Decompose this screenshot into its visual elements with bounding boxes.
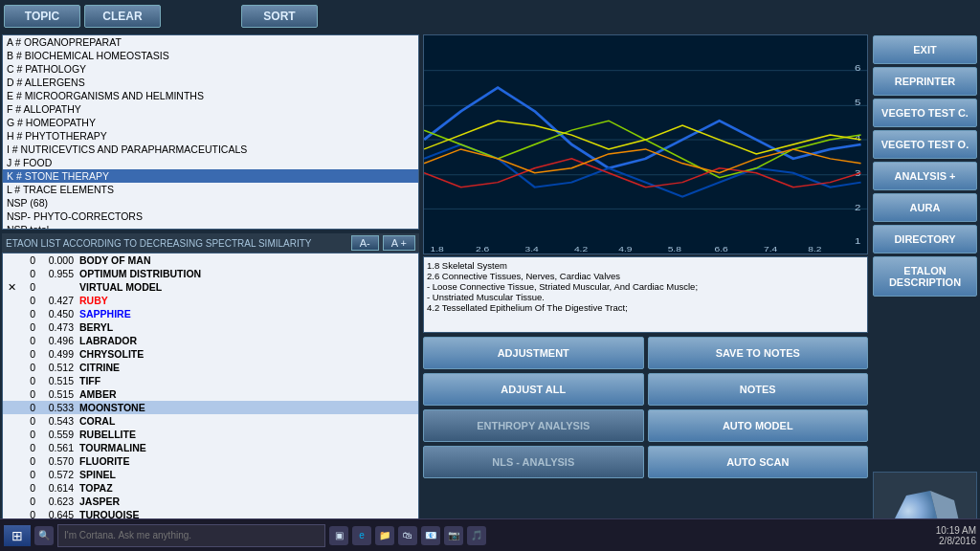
- etalon-val: 0.543: [39, 415, 74, 427]
- etalon-name: SAPPHIRE: [79, 308, 416, 320]
- etalon-row[interactable]: 00.572SPINEL: [3, 468, 418, 481]
- etalon-num: 0: [18, 308, 35, 320]
- svg-text:4.2: 4.2: [574, 245, 588, 253]
- etalon-val: 0.561: [39, 442, 74, 453]
- svg-text:5: 5: [855, 99, 861, 107]
- etalon-row[interactable]: 00.473BERYL: [3, 320, 418, 334]
- auto-scan-button[interactable]: AUTO SCAN: [648, 446, 869, 478]
- svg-text:5.8: 5.8: [668, 245, 681, 253]
- main-content: A # ORGANOPREPARATB # BIOCHEMICAL HOMEOS…: [0, 33, 980, 551]
- topic-item[interactable]: NSP total: [3, 223, 418, 230]
- etalon-num: 0: [18, 375, 35, 386]
- vegeto-c-button[interactable]: VEGETO TEST C.: [873, 99, 977, 127]
- info-text: 1.8 Skeletal System2.6 Connective Tissue…: [423, 256, 868, 333]
- etalon-num: 0: [18, 254, 35, 266]
- etalon-val: 0.473: [39, 321, 74, 333]
- topic-item[interactable]: H # PHYTOTHERAPY: [3, 129, 418, 143]
- topic-item[interactable]: L # TRACE ELEMENTS: [3, 183, 418, 196]
- etalon-section: ETAON LIST ACCORDING TO DECREASING SPECT…: [2, 233, 419, 549]
- etalon-row[interactable]: 00.515AMBER: [3, 387, 418, 401]
- etalon-val: 0.499: [39, 348, 74, 360]
- etalon-row[interactable]: 00.533MOONSTONE: [3, 401, 418, 414]
- etalon-row[interactable]: ✕0VIRTUAL MODEL: [3, 280, 418, 294]
- etalon-row[interactable]: 00.955OPTIMUM DISTRIBUTION: [3, 267, 418, 280]
- etalon-val: 0.512: [39, 362, 74, 373]
- topic-item[interactable]: NSP- PHYTO-CORRECTORS: [3, 209, 418, 223]
- a-plus-button[interactable]: A +: [383, 235, 415, 251]
- date-display: 2/8/2016: [936, 536, 976, 546]
- edge-icon[interactable]: e: [352, 526, 371, 545]
- topic-item[interactable]: K # STONE THERAPY: [3, 169, 418, 183]
- etalon-name: RUBELLITE: [79, 429, 416, 440]
- sort-button[interactable]: SORT: [241, 5, 318, 28]
- adjustment-button[interactable]: ADJUSTMENT: [423, 337, 644, 369]
- exit-button[interactable]: EXIT: [873, 35, 977, 64]
- etalon-row[interactable]: 00.543CORAL: [3, 414, 418, 428]
- etalon-row[interactable]: 00.559RUBELLITE: [3, 428, 418, 441]
- topic-item[interactable]: B # BIOCHEMICAL HOMEOSTASIS: [3, 49, 418, 62]
- task-view-icon[interactable]: ▣: [329, 526, 348, 545]
- search-icon[interactable]: 🔍: [34, 526, 54, 545]
- app1-icon[interactable]: 📧: [421, 526, 440, 545]
- etalon-name: FLUORITE: [79, 455, 416, 467]
- cortana-search[interactable]: [57, 524, 325, 547]
- reprinter-button[interactable]: REPRINTER: [873, 67, 977, 96]
- info-line: - Unstriated Muscular Tissue.: [427, 292, 864, 302]
- explorer-icon[interactable]: 📁: [375, 526, 394, 545]
- topic-item[interactable]: C # PATHOLOGY: [3, 62, 418, 76]
- topic-button[interactable]: TOPIC: [4, 5, 80, 28]
- topic-item[interactable]: D # ALLERGENS: [3, 76, 418, 89]
- etalon-row[interactable]: 00.614TOPAZ: [3, 481, 418, 495]
- auto-model-button[interactable]: AUTO MODEL: [648, 409, 869, 442]
- etalon-list[interactable]: 00.000BODY OF MAN00.955OPTIMUM DISTRIBUT…: [2, 253, 419, 549]
- left-panel: A # ORGANOPREPARATB # BIOCHEMICAL HOMEOS…: [0, 33, 421, 551]
- app2-icon[interactable]: 📷: [444, 526, 463, 545]
- etalon-val: 0.000: [39, 254, 74, 266]
- vegeto-o-button[interactable]: VEGETO TEST O.: [873, 130, 977, 159]
- etalon-row[interactable]: 00.561TOURMALINE: [3, 441, 418, 454]
- etalon-name: MOONSTONE: [79, 402, 416, 413]
- directory-button[interactable]: DIRECTORY: [873, 225, 977, 253]
- clear-button[interactable]: CLEAR: [84, 5, 161, 28]
- topic-list[interactable]: A # ORGANOPREPARATB # BIOCHEMICAL HOMEOS…: [2, 34, 419, 230]
- analysis-plus-button[interactable]: ANALYSIS +: [873, 162, 977, 190]
- save-to-notes-button[interactable]: SAVE TO NOTES: [648, 337, 869, 369]
- etalon-row[interactable]: 00.000BODY OF MAN: [3, 253, 418, 267]
- nls-analysis-button[interactable]: NLS - ANALYSIS: [423, 446, 644, 478]
- app3-icon[interactable]: 🎵: [467, 526, 486, 545]
- center-panel: 1 2 3 4 5 6 1.8 2.6 3.4 4.2 4.9 5.8 6.6 …: [421, 33, 870, 551]
- start-button[interactable]: ⊞: [4, 525, 31, 546]
- topic-item[interactable]: E # MICROORGANISMS AND HELMINTHS: [3, 89, 418, 102]
- etalon-row[interactable]: 00.512CITRINE: [3, 361, 418, 374]
- etalon-row[interactable]: 00.623JASPER: [3, 495, 418, 508]
- taskbar: ⊞ 🔍 ▣ e 📁 🛍 📧 📷 🎵 10:19 AM 2/8/2016: [0, 518, 980, 551]
- notes-button[interactable]: NOTES: [648, 373, 869, 406]
- topic-item[interactable]: A # ORGANOPREPARAT: [3, 35, 418, 49]
- etalon-row[interactable]: 00.499CHRYSOLITE: [3, 347, 418, 361]
- etalon-name: SPINEL: [79, 469, 416, 480]
- etalon-name: AMBER: [79, 388, 416, 400]
- entropy-analysis-button[interactable]: ENTHROPY ANALYSIS: [423, 409, 644, 442]
- etalon-val: 0.614: [39, 482, 74, 494]
- etalon-header: ETAON LIST ACCORDING TO DECREASING SPECT…: [2, 233, 419, 253]
- adjust-all-button[interactable]: ADJUST ALL: [423, 373, 644, 406]
- etalon-row[interactable]: 00.450SAPPHIRE: [3, 307, 418, 320]
- etalon-name: CHRYSOLITE: [79, 348, 416, 360]
- etalon-row[interactable]: 00.515TIFF: [3, 374, 418, 387]
- svg-text:8.2: 8.2: [808, 245, 821, 253]
- topic-item[interactable]: G # HOMEOPATHY: [3, 116, 418, 129]
- chart-area: 1 2 3 4 5 6 1.8 2.6 3.4 4.2 4.9 5.8 6.6 …: [423, 34, 868, 254]
- etalon-desc-button[interactable]: ETALON DESCRIPTION: [873, 256, 977, 297]
- etalon-num: 0: [18, 321, 35, 333]
- etalon-val: 0.450: [39, 308, 74, 320]
- etalon-row[interactable]: 00.570FLUORITE: [3, 454, 418, 468]
- topic-item[interactable]: I # NUTRICEVTICS AND PARAPHARMACEUTICALS: [3, 143, 418, 156]
- store-icon[interactable]: 🛍: [398, 526, 417, 545]
- topic-item[interactable]: NSP (68): [3, 196, 418, 209]
- topic-item[interactable]: F # ALLOPATHY: [3, 102, 418, 116]
- etalon-row[interactable]: 00.427RUBY: [3, 294, 418, 307]
- topic-item[interactable]: J # FOOD: [3, 156, 418, 169]
- aura-button[interactable]: AURA: [873, 193, 977, 222]
- etalon-row[interactable]: 00.496LABRADOR: [3, 334, 418, 347]
- a-minus-button[interactable]: A-: [351, 235, 379, 251]
